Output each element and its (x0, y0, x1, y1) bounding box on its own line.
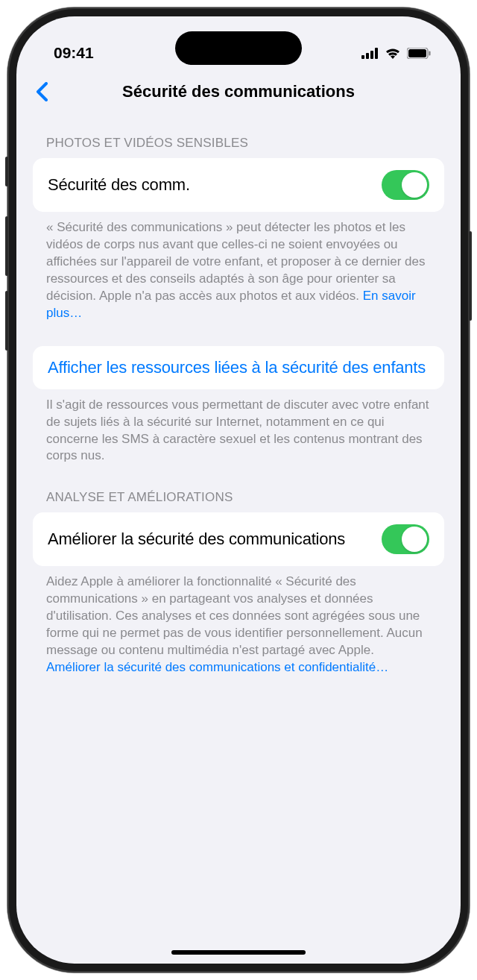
communication-safety-row: Sécurité des comm. (33, 158, 444, 212)
svg-rect-1 (366, 53, 369, 59)
status-time: 09:41 (54, 44, 94, 62)
communication-safety-toggle[interactable] (382, 170, 429, 200)
nav-bar: Sécurité des communications (16, 70, 461, 115)
screen: 09:41 Sécurité des communications PHOTOS (16, 16, 461, 964)
content: PHOTOS ET VIDÉOS SENSIBLES Sécurité des … (16, 115, 461, 676)
improve-communication-safety-label: Améliorer la sécurité des communications (48, 530, 382, 549)
power-button (469, 231, 472, 321)
svg-rect-6 (429, 51, 431, 55)
status-icons (361, 47, 431, 59)
improve-communication-safety-row: Améliorer la sécurité des communications (33, 512, 444, 566)
dynamic-island (175, 31, 302, 65)
child-safety-resources-label: Afficher les ressources liées à la sécur… (48, 358, 426, 377)
analytics-footer-text: Aidez Apple à améliorer la fonctionnalit… (46, 574, 423, 657)
side-button (5, 157, 8, 186)
privacy-link[interactable]: Améliorer la sécurité des communications… (46, 660, 388, 674)
improve-communication-safety-toggle[interactable] (382, 524, 429, 554)
volume-down-button (5, 291, 8, 351)
battery-icon (407, 48, 431, 59)
child-safety-resources-row[interactable]: Afficher les ressources liées à la sécur… (33, 346, 444, 389)
svg-rect-0 (361, 55, 364, 59)
svg-rect-5 (408, 49, 426, 57)
cellular-icon (361, 48, 379, 59)
back-button[interactable] (30, 82, 54, 101)
page-title: Sécurité des communications (28, 82, 449, 101)
wifi-icon (385, 47, 401, 59)
sensitive-footer: « Sécurité des communications » peut dét… (33, 212, 444, 322)
svg-rect-2 (370, 51, 373, 59)
phone-frame: 09:41 Sécurité des communications PHOTOS (7, 7, 470, 973)
svg-rect-3 (375, 48, 378, 59)
home-indicator[interactable] (171, 950, 306, 955)
resources-footer: Il s'agit de ressources vous permettant … (33, 389, 444, 465)
volume-up-button (5, 216, 8, 276)
section-header-analytics: ANALYSE ET AMÉLIORATIONS (33, 465, 444, 512)
communication-safety-label: Sécurité des comm. (48, 175, 382, 195)
section-header-sensitive: PHOTOS ET VIDÉOS SENSIBLES (33, 115, 444, 158)
analytics-footer: Aidez Apple à améliorer la fonctionnalit… (33, 566, 444, 676)
